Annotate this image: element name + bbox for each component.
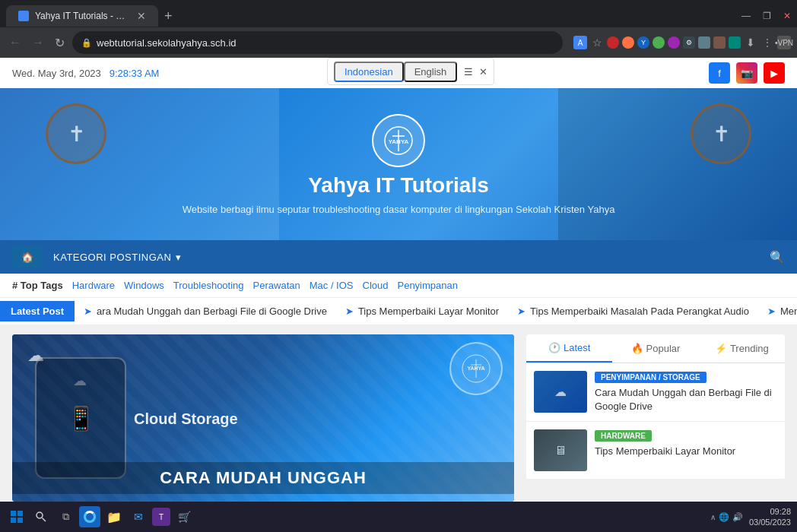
post-1-info: PENYIMPANAN / STORAGE Cara Mudah Unggah … [595, 371, 777, 413]
close-button[interactable]: ✕ [783, 11, 791, 21]
svg-rect-9 [17, 511, 23, 516]
restore-button[interactable]: ❐ [763, 11, 771, 21]
bookmark-icon[interactable]: ☆ [590, 36, 604, 49]
featured-badge-svg: YAHYA [461, 353, 491, 384]
tab-latest[interactable]: 🕐 Latest [526, 334, 612, 363]
chevron-up-icon[interactable]: ∧ [710, 513, 716, 521]
ticker-item-2[interactable]: ➤ Tips Memperbaiki Layar Monitor [345, 306, 499, 317]
translate-ext-icon[interactable]: A [573, 36, 587, 49]
popular-tab-icon: 🔥 [631, 343, 643, 354]
browser-taskbar-icon[interactable] [79, 506, 100, 527]
home-icon: 🏠 [21, 252, 33, 263]
ticker-arrow-2: ➤ [345, 306, 354, 317]
network-icon[interactable]: 🌐 [719, 512, 729, 522]
ext2[interactable] [622, 36, 634, 49]
ticker-item-3[interactable]: ➤ Tips Memperbaiki Masalah Pada Perangka… [517, 306, 749, 317]
sidebar-post-1[interactable]: ☁ PENYIMPANAN / STORAGE Cara Mudah Ungga… [526, 363, 785, 422]
date-text: Wed. May 3rd, 2023 [12, 68, 101, 79]
teams-taskbar-icon[interactable]: T [152, 508, 170, 526]
post-1-title: Cara Mudah Unggah dan Berbagi File di Go… [595, 386, 777, 413]
sidebar-post-2[interactable]: 🖥 HARDWARE Tips Memperbaiki Layar Monito… [526, 422, 785, 480]
taskbar-clock[interactable]: 09:28 03/05/2023 [749, 506, 791, 528]
ticker-item-4[interactable]: ➤ Mengatasi Keyboard dan Mo... [767, 306, 797, 317]
tags-bar: # Top Tags Hardware Windows Troubleshoot… [0, 274, 797, 298]
window-controls: — ❐ ✕ [741, 11, 791, 21]
ticker-arrow-1: ➤ [84, 306, 92, 317]
tag-hardware[interactable]: Hardware [72, 280, 115, 291]
browser-menu-icon[interactable]: ⋮ [760, 36, 774, 49]
instagram-icon[interactable]: 📷 [736, 62, 757, 84]
post-1-thumbnail: ☁ [534, 371, 587, 413]
vpn-badge[interactable]: •VPN [777, 36, 791, 49]
tag-troubleshooting[interactable]: Troubleshooting [173, 280, 244, 291]
mail-taskbar-icon[interactable]: ✉ [128, 506, 149, 527]
sidebar-tab-bar: 🕐 Latest 🔥 Popular ⚡ Trending [526, 334, 785, 363]
ext5[interactable] [668, 36, 680, 49]
phone-device: 📱 [35, 357, 126, 479]
kategori-button[interactable]: KATEGORI POSTINGAN ▾ [43, 245, 192, 269]
task-view-button[interactable]: ⧉ [55, 506, 76, 527]
ticker-text-2: Tips Memperbaiki Layar Monitor [358, 306, 499, 317]
windows-start-button[interactable] [6, 506, 27, 527]
sidebar-tab-container: 🕐 Latest 🔥 Popular ⚡ Trending ☁ [526, 334, 785, 480]
english-lang-button[interactable]: English [404, 62, 458, 82]
tag-perawatan[interactable]: Perawatan [253, 280, 300, 291]
new-tab-button[interactable]: + [164, 8, 173, 24]
download-icon[interactable]: ⬇ [744, 36, 757, 49]
forward-button[interactable]: → [29, 34, 47, 51]
back-button[interactable]: ← [6, 34, 24, 51]
date-display: Wed. May 3rd, 2023 9:28:33 AM [12, 68, 159, 79]
ticker-text-4: Mengatasi Keyboard dan Mo... [780, 306, 797, 317]
tab-popular[interactable]: 🔥 Popular [612, 334, 698, 363]
featured-post[interactable]: ☁ ☁ 📱 YAHYA Cloud Storage CARA [12, 334, 514, 502]
cloud-storage-text: Cloud Storage [134, 410, 238, 427]
ext9[interactable] [729, 36, 741, 49]
tab-close-button[interactable]: ✕ [137, 10, 146, 22]
youtube-icon[interactable]: ▶ [764, 62, 785, 84]
browser-chrome: Yahya IT Tutorials - Website berb... ✕ +… [0, 0, 797, 58]
site-subtitle: Website berbagi ilmu seputar troubleshoo… [183, 204, 615, 215]
search-nav-button[interactable]: 🔍 [770, 250, 785, 264]
svg-line-13 [43, 518, 46, 522]
svg-rect-11 [17, 518, 23, 523]
phone-icon: 📱 [67, 405, 95, 432]
social-icons: f 📷 ▶ [709, 62, 785, 84]
post-2-badge: HARDWARE [595, 430, 652, 442]
address-bar[interactable]: 🔒 webtutorial.sekolahyahya.sch.id [72, 31, 563, 54]
ext7[interactable] [698, 36, 710, 49]
ext4[interactable] [653, 36, 665, 49]
tag-cloud[interactable]: Cloud [363, 280, 389, 291]
minimize-button[interactable]: — [741, 11, 751, 21]
windows-logo-icon [11, 511, 23, 523]
translation-close-icon[interactable]: ✕ [479, 66, 487, 78]
tag-windows[interactable]: Windows [124, 280, 164, 291]
facebook-icon[interactable]: f [709, 62, 730, 84]
ext1[interactable] [607, 36, 619, 49]
latest-tab-label: Latest [564, 342, 590, 353]
reload-button[interactable]: ↻ [52, 34, 68, 52]
translation-controls: ☰ ✕ [464, 66, 487, 78]
post-2-thumb-img: 🖥 [534, 429, 587, 471]
extension-icons: A ☆ Y ⚙ ⬇ ⋮ •VPN [573, 36, 791, 49]
nav-bar: 🏠 KATEGORI POSTINGAN ▾ 🔍 [0, 240, 797, 274]
translation-bar: Indonesian English ☰ ✕ [327, 58, 494, 85]
store-taskbar-icon[interactable]: 🛒 [173, 506, 195, 527]
ext6[interactable]: ⚙ [683, 36, 695, 49]
home-button[interactable]: 🏠 [12, 245, 43, 269]
tag-mac-ios[interactable]: Mac / IOS [310, 280, 354, 291]
tab-trending[interactable]: ⚡ Trending [699, 334, 785, 363]
volume-icon[interactable]: 🔊 [732, 512, 743, 522]
ext3[interactable]: Y [637, 36, 649, 49]
latest-tab-icon: 🕐 [548, 342, 560, 353]
tag-penyimpanan[interactable]: Penyimpanan [397, 280, 458, 291]
active-tab[interactable]: Yahya IT Tutorials - Website berb... ✕ [6, 5, 158, 27]
ext8[interactable] [713, 36, 726, 49]
search-taskbar-button[interactable] [30, 506, 52, 527]
ticker-text-1: ara Mudah Unggah dan Berbagi File di Goo… [97, 306, 327, 317]
system-icons: ∧ 🌐 🔊 [710, 512, 743, 522]
ticker-item-1[interactable]: ➤ ara Mudah Unggah dan Berbagi File di G… [84, 306, 327, 317]
indonesian-lang-button[interactable]: Indonesian [334, 62, 404, 82]
cloud-storage-label: Cloud Storage [134, 410, 238, 428]
translation-menu-icon[interactable]: ☰ [464, 66, 473, 78]
explorer-taskbar-icon[interactable]: 📁 [103, 506, 125, 527]
